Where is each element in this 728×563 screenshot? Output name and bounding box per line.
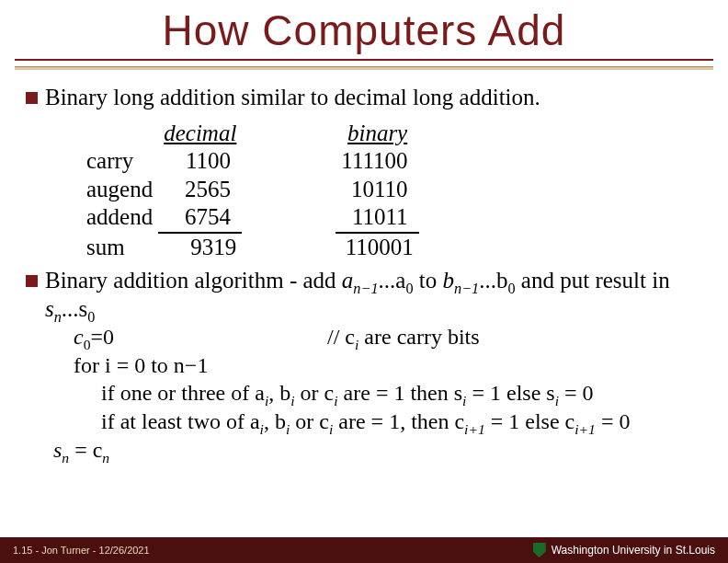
dec-addend: 6754 xyxy=(158,203,242,233)
text: and put result in xyxy=(516,268,670,293)
text: =0 xyxy=(90,325,114,349)
text: Binary addition algorithm - add xyxy=(45,268,342,293)
text: are = 1, then c xyxy=(333,409,464,433)
sub-n-1: n−1 xyxy=(454,281,479,297)
addition-example: decimal binary carry 1100 111100 augend … xyxy=(26,120,702,262)
university-name: Washington University in St.Louis xyxy=(552,544,715,557)
bin-sum: 110001 xyxy=(336,233,418,262)
sub-0: 0 xyxy=(507,281,515,297)
slide: How Computers Add Binary long addition s… xyxy=(0,0,728,563)
sub-i-plus-1: i+1 xyxy=(464,421,485,437)
text: = c xyxy=(69,438,102,462)
shield-icon xyxy=(533,543,546,557)
sub-n: n xyxy=(62,450,69,465)
slide-title: How Computers Add xyxy=(0,0,728,55)
col-binary: binary xyxy=(336,120,418,148)
bullet-1-text: Binary long addition similar to decimal … xyxy=(45,84,702,112)
text: , b xyxy=(268,381,290,405)
row-augend-label: augend xyxy=(81,176,158,204)
text: are carry bits xyxy=(358,325,479,349)
row-sum-label: sum xyxy=(81,233,158,262)
text: = 1 else c xyxy=(485,409,575,433)
dec-carry: 1100 xyxy=(158,147,242,176)
text: ...a xyxy=(379,268,406,293)
bin-augend: 10110 xyxy=(336,176,418,204)
table-row: sum 9319 110001 xyxy=(81,233,419,262)
sub-i-plus-1: i+1 xyxy=(574,421,596,437)
text: = 1 else s xyxy=(466,381,554,405)
text: to xyxy=(414,268,443,293)
text: // c xyxy=(327,325,355,349)
example-table: decimal binary carry 1100 111100 augend … xyxy=(81,120,419,262)
row-carry-label: carry xyxy=(81,147,158,176)
text: if at least two of a xyxy=(101,409,260,433)
text: or c xyxy=(290,409,329,433)
bullet-icon xyxy=(26,92,38,104)
algo-line-1: c0=0 // ci are carry bits xyxy=(74,323,702,351)
slide-body: Binary long addition similar to decimal … xyxy=(0,67,728,465)
sub-n: n xyxy=(102,450,109,465)
table-row: decimal binary xyxy=(81,120,419,148)
sub-n-1: n−1 xyxy=(353,281,378,297)
dec-augend: 2565 xyxy=(158,176,242,204)
algo-line-3: if one or three of ai, bi or ci are = 1 … xyxy=(101,379,702,408)
bullet-1: Binary long addition similar to decimal … xyxy=(26,84,702,112)
dec-sum: 9319 xyxy=(158,233,242,262)
algo-line-5: sn = cn xyxy=(53,436,702,465)
sub-n: n xyxy=(54,309,62,326)
text: ...b xyxy=(479,268,507,293)
algo-line-2: for i = 0 to n−1 xyxy=(74,351,702,380)
table-row: augend 2565 10110 xyxy=(81,176,419,204)
text: if one or three of a xyxy=(101,381,265,405)
var-a: a xyxy=(342,268,354,293)
bin-carry: 111100 xyxy=(336,147,418,176)
var-c: c xyxy=(74,325,84,349)
footer: 1.15 - Jon Turner - 12/26/2021 Washingto… xyxy=(0,537,728,563)
bin-addend: 11011 xyxy=(336,203,418,233)
bullet-2: Binary addition algorithm - add an−1...a… xyxy=(26,267,702,323)
text: are = 1 then s xyxy=(338,381,463,405)
text: = 0 xyxy=(596,409,631,433)
text: = 0 xyxy=(559,381,594,405)
col-decimal: decimal xyxy=(158,120,242,148)
text: ...s xyxy=(62,296,87,321)
bullet-icon xyxy=(26,275,38,287)
table-row: addend 6754 11011 xyxy=(81,203,419,233)
text: , b xyxy=(264,409,286,433)
sub-0: 0 xyxy=(405,281,413,297)
title-rule xyxy=(15,59,713,67)
text: or c xyxy=(295,381,335,405)
table-row: carry 1100 111100 xyxy=(81,147,419,176)
bullet-2-text: Binary addition algorithm - add an−1...a… xyxy=(45,267,702,323)
algo-line-4: if at least two of ai, bi or ci are = 1,… xyxy=(101,408,702,436)
footer-right: Washington University in St.Louis xyxy=(533,543,715,557)
var-s: s xyxy=(53,438,62,462)
row-addend-label: addend xyxy=(81,203,158,233)
var-b: b xyxy=(443,268,455,293)
algorithm: c0=0 // ci are carry bits for i = 0 to n… xyxy=(74,323,702,465)
footer-left: 1.15 - Jon Turner - 12/26/2021 xyxy=(13,545,150,556)
var-s: s xyxy=(45,296,54,321)
